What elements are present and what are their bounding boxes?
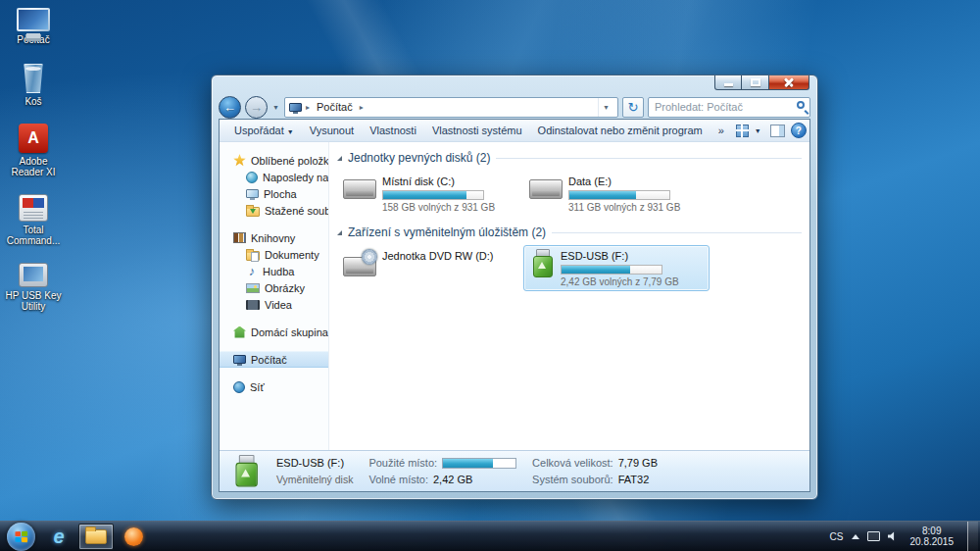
clock-date: 20.8.2015 (910, 536, 955, 547)
forward-button[interactable]: → (245, 96, 268, 119)
pictures-icon (246, 283, 260, 293)
total-size-value: 7,79 GB (618, 457, 658, 469)
drive-tile-esd-usb[interactable]: ESD-USB (F:) 2,42 GB volných z 7,79 GB (523, 245, 710, 291)
details-usage: Použité místo: Volné místo: 2,42 GB (368, 456, 516, 487)
drive-tile-dvd[interactable]: Jednotka DVD RW (D:) (337, 245, 523, 291)
volume-icon[interactable] (888, 531, 899, 541)
start-button[interactable] (7, 523, 35, 551)
desktop-icon-label: Adobe Reader XI (4, 156, 63, 177)
sidebar-item-obrazky[interactable]: Obrázky (220, 279, 328, 296)
windows-logo-icon (15, 530, 27, 541)
details-subtitle: Vyměnitelný disk (276, 473, 353, 487)
taskbar-button-media-app[interactable] (116, 524, 151, 550)
uninstall-program-button[interactable]: Odinstalovat nebo změnit program (531, 123, 710, 138)
show-hidden-icons-button[interactable] (852, 534, 859, 539)
details-size: Celková velikost: 7,79 GB Systém souborů… (532, 456, 658, 487)
group-header-rule (496, 158, 802, 159)
command-bar: Uspořádat▼ Vysunout Vlastnosti Vlastnost… (220, 120, 809, 142)
homegroup-icon (233, 326, 246, 338)
filesystem-value: FAT32 (618, 474, 650, 485)
language-indicator[interactable]: CS (830, 531, 844, 542)
sidebar-item-knihovny[interactable]: Knihovny (220, 229, 328, 246)
hp-usb-key-icon (19, 263, 48, 287)
group-header-hard-drives[interactable]: Jednotky pevných disků (2) (337, 149, 802, 167)
usb-drive-icon (529, 249, 555, 277)
sidebar-item-hudba[interactable]: ♪ Hudba (220, 263, 328, 279)
details-title: ESD-USB (F:) (276, 456, 353, 471)
used-space-gauge (442, 458, 516, 469)
address-bar[interactable]: ▸ Počítač ▸ ▼ (284, 97, 618, 118)
videos-icon (246, 300, 260, 310)
used-space-label: Použité místo: (368, 457, 437, 469)
show-desktop-button[interactable] (967, 522, 978, 551)
taskbar-button-internet-explorer[interactable]: e (41, 524, 76, 550)
sidebar-gap (220, 313, 328, 324)
back-button[interactable]: ← (219, 96, 241, 119)
windows-logo-quadrant (22, 537, 27, 542)
minimize-button[interactable] (714, 75, 742, 90)
sidebar-gap (220, 368, 328, 378)
title-bar[interactable] (212, 75, 817, 95)
removable-tiles: Jednotka DVD RW (D:) ESD-USB (F:) 2,42 G… (337, 245, 802, 291)
search-box (648, 97, 810, 118)
explorer-window: ← → ▼ ▸ Počítač ▸ ▼ ↻ Uspořádat▼ Vysunou… (211, 75, 818, 500)
properties-button[interactable]: Vlastnosti (363, 123, 423, 138)
toolbar-overflow-button[interactable]: » (711, 123, 731, 138)
close-button[interactable] (768, 75, 809, 90)
sidebar-item-stazene-soubory[interactable]: Stažené soubory (220, 202, 328, 219)
drive-info: Data (E:) 311 GB volných z 931 GB (568, 175, 680, 213)
toolbar-right-group: ▼ ? (733, 123, 807, 138)
selected-drive-icon (231, 455, 261, 488)
sidebar-item-oblibene-polozky[interactable]: Oblíbené položky (220, 152, 328, 169)
history-dropdown-icon[interactable]: ▼ (271, 104, 280, 111)
folder-icon (85, 529, 107, 544)
close-icon (769, 75, 808, 89)
sidebar-item-pocitac[interactable]: Počítač (220, 351, 328, 368)
desktop-icon-adobe-reader[interactable]: A Adobe Reader XI (4, 124, 63, 177)
taskbar: e CS 8:09 20.8.2015 (0, 521, 980, 551)
navigation-pane: Oblíbené položky Naposledy navštíven Plo… (220, 142, 329, 450)
group-header-removable[interactable]: Zařízení s vyměnitelným úložištěm (2) (337, 224, 802, 241)
internet-explorer-icon: e (53, 526, 64, 546)
dvd-drive-icon (343, 257, 376, 276)
computer-icon (289, 103, 302, 112)
taskbar-button-explorer[interactable] (78, 524, 114, 550)
desktop-icon-pocitac[interactable]: Počítač (4, 8, 63, 45)
breadcrumb-pocitac[interactable]: Počítač (314, 100, 356, 114)
downloads-icon (246, 207, 260, 217)
eject-button[interactable]: Vysunout (303, 123, 361, 138)
windows-logo-quadrant (22, 530, 27, 535)
windows-logo-quadrant (15, 536, 21, 541)
refresh-button[interactable]: ↻ (622, 97, 644, 118)
search-icon[interactable] (797, 101, 805, 109)
organize-button[interactable]: Uspořádat▼ (227, 123, 301, 138)
system-properties-button[interactable]: Vlastnosti systému (425, 123, 529, 138)
sidebar-item-naposledy-navstivene[interactable]: Naposledy navštíven (220, 169, 328, 185)
free-space-value: 2,42 GB (433, 474, 472, 485)
sidebar-item-domaci-skupina[interactable]: Domácí skupina (220, 324, 328, 340)
drive-tile-e[interactable]: Data (E:) 311 GB volných z 931 GB (523, 171, 710, 217)
drive-tile-c[interactable]: Místní disk (C:) 158 GB volných z 931 GB (337, 171, 523, 217)
chevron-down-icon: ▼ (755, 127, 761, 134)
filesystem-label: Systém souborů: (532, 474, 613, 485)
sidebar-item-videa[interactable]: Videa (220, 296, 328, 313)
change-view-button[interactable]: ▼ (733, 124, 764, 138)
free-space-label: Volné místo: (368, 474, 428, 485)
desktop-icon-hp-usb-key[interactable]: HP USB Key Utility (4, 263, 63, 312)
help-button[interactable]: ? (791, 123, 807, 138)
network-icon[interactable] (867, 531, 880, 541)
address-dropdown-icon[interactable]: ▼ (598, 98, 613, 117)
desktop-icon-kos[interactable]: Koš (4, 62, 63, 107)
desktop-icon-total-commander[interactable]: Total Command... (4, 194, 63, 246)
sidebar-item-dokumenty[interactable]: Dokumenty (220, 246, 328, 263)
sidebar-item-sit[interactable]: Síť (220, 378, 328, 395)
sidebar-item-plocha[interactable]: Plocha (220, 185, 328, 202)
recent-places-icon (246, 172, 258, 183)
maximize-button[interactable] (742, 75, 768, 90)
capacity-bar (568, 190, 670, 200)
libraries-icon (233, 232, 246, 243)
preview-pane-button[interactable] (770, 125, 785, 137)
search-input[interactable] (648, 97, 810, 118)
maximize-icon (751, 78, 760, 86)
taskbar-clock[interactable]: 8:09 20.8.2015 (910, 526, 955, 547)
